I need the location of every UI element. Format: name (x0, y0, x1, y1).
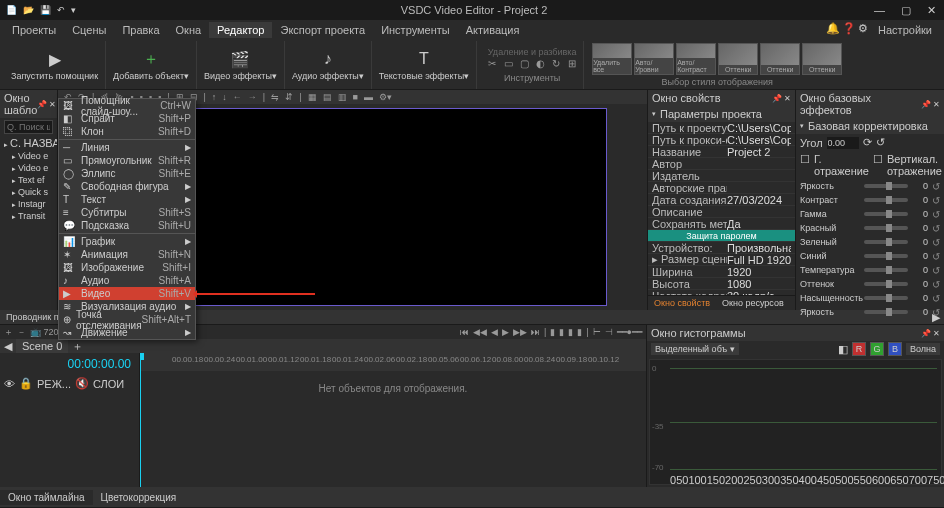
histogram-r-button[interactable]: R (852, 342, 866, 356)
histogram-wave-select[interactable]: Волна (906, 343, 940, 355)
timeline-tab[interactable]: Окно таймлайна (0, 490, 93, 505)
minimize-button[interactable]: — (870, 4, 889, 17)
flip-v-icon[interactable]: ⇵ (283, 92, 295, 102)
mirror-v-checkbox[interactable]: ☐ (873, 153, 883, 177)
notify-icon[interactable]: 🔔 (826, 22, 840, 38)
template-category[interactable]: С. НАЗВАНИЕ (0, 136, 57, 150)
dropdown-item-субтитры[interactable]: ≡СубтитрыShift+S (59, 206, 195, 219)
slider-track[interactable] (864, 184, 908, 188)
template-item[interactable]: Video e (0, 150, 57, 162)
property-row[interactable]: НазваниеProject 2 (648, 146, 795, 158)
dropdown-item-помощник-слайд-шоу-[interactable]: 🖼Помощник слайд-шоу...Ctrl+W (59, 99, 195, 112)
slider-thumb[interactable] (886, 308, 892, 316)
reset-icon[interactable]: ↺ (932, 251, 940, 262)
layout-icon[interactable]: ■ (351, 92, 360, 102)
template-item[interactable]: Transit (0, 210, 57, 222)
split-icon[interactable]: ⊢ (593, 327, 601, 337)
menu-правка[interactable]: Правка (114, 22, 167, 38)
tool-icon[interactable]: ⊞ (565, 57, 579, 71)
marker-icon[interactable]: ▮ (559, 327, 564, 337)
remove-icon[interactable]: － (17, 326, 26, 339)
histogram-source-select[interactable]: Выделенный объ ▾ (651, 343, 739, 355)
reset-icon[interactable]: ↺ (932, 279, 940, 290)
next-icon[interactable]: ▶▶ (513, 327, 527, 337)
dropdown-item-изображение[interactable]: 🖼ИзображениеShift+I (59, 261, 195, 274)
basic-correction-header[interactable]: ▾ Базовая корректировка (796, 118, 944, 134)
pin-icon[interactable]: 📌 (772, 94, 782, 103)
menu-активация[interactable]: Активация (458, 22, 528, 38)
close-icon[interactable]: ✕ (933, 100, 940, 109)
marker-icon[interactable]: ▮ (568, 327, 573, 337)
settings-menu[interactable]: Настройки (870, 22, 940, 38)
close-button[interactable]: ✕ (923, 4, 940, 17)
help-icon[interactable]: ❓ (842, 22, 856, 38)
qa-new-icon[interactable]: 📄 (4, 4, 19, 16)
property-row[interactable]: Дата создания27/03/2024 (648, 194, 795, 206)
eye-icon[interactable]: 👁 (4, 378, 15, 390)
prev-icon[interactable]: ◀ (491, 327, 498, 337)
slider-thumb[interactable] (886, 182, 892, 190)
dropdown-item-спрайт[interactable]: ◧СпрайтShift+P (59, 112, 195, 125)
mute-icon[interactable]: 🔇 (75, 377, 89, 390)
layout-icon[interactable]: ▬ (362, 92, 375, 102)
skip-end-icon[interactable]: ⏭ (531, 327, 540, 337)
histogram-b-button[interactable]: B (888, 342, 902, 356)
slider-track[interactable] (864, 254, 908, 258)
slider-track[interactable] (864, 226, 908, 230)
reset-icon[interactable]: ↺ (932, 293, 940, 304)
tool-refresh-icon[interactable]: ↻ (549, 57, 563, 71)
histogram-g-button[interactable]: G (870, 342, 884, 356)
slider-track[interactable] (864, 282, 908, 286)
property-row[interactable]: Путь к проектуC:\Users\Copywriter (648, 122, 795, 134)
dropdown-item-график[interactable]: 📊График▶ (59, 235, 195, 248)
templates-search-input[interactable] (4, 120, 53, 134)
menu-инструменты[interactable]: Инструменты (373, 22, 458, 38)
play-icon[interactable]: ▶ (502, 327, 509, 337)
marker-icon[interactable]: ▮ (577, 327, 582, 337)
tool-icon[interactable]: ▭ (501, 57, 515, 71)
ribbon-button-2[interactable]: 🎬Видео эффекты▾ (201, 47, 280, 82)
template-item[interactable]: Quick s (0, 186, 57, 198)
reset-icon[interactable]: ↺ (932, 223, 940, 234)
zoom-slider[interactable]: ━━●━━ (617, 327, 642, 337)
close-icon[interactable]: ✕ (49, 100, 56, 109)
lock-icon[interactable]: 🔒 (19, 377, 33, 390)
dropdown-item-эллипс[interactable]: ◯ЭллипсShift+E (59, 167, 195, 180)
template-item[interactable]: Video e (0, 162, 57, 174)
dropdown-item-подсказка[interactable]: 💬ПодсказкаShift+U (59, 219, 195, 232)
pin-icon[interactable]: 📌 (37, 100, 47, 109)
dropdown-item-точка-отслеживания[interactable]: ⊕Точка отслеживанияShift+Alt+T (59, 313, 195, 326)
reset-icon[interactable]: ↺ (932, 181, 940, 192)
settings-icon[interactable]: ⚙ (858, 22, 868, 38)
slider-track[interactable] (864, 296, 908, 300)
template-item[interactable]: Instagr (0, 198, 57, 210)
scene-add-icon[interactable]: ＋ (72, 339, 83, 354)
angle-input[interactable] (827, 137, 859, 149)
slider-track[interactable] (864, 310, 908, 314)
dropdown-item-текст[interactable]: TТекст▶ (59, 193, 195, 206)
ribbon-button-4[interactable]: TТекстовые эффекты▾ (376, 47, 472, 82)
dropdown-item-свободная-фигура[interactable]: ✎Свободная фигура▶ (59, 180, 195, 193)
property-row[interactable]: ▸ Размер сценыFull HD 1920x1080 пи (648, 254, 795, 266)
prev-scene-icon[interactable]: ◀ (4, 340, 12, 353)
slider-thumb[interactable] (886, 224, 892, 232)
property-row[interactable]: Сохранять метадаДа (648, 218, 795, 230)
arrow-icon[interactable]: ↑ (210, 92, 219, 102)
track-layers-label[interactable]: СЛОИ (93, 378, 124, 390)
rotate-icon[interactable]: ⟳ (863, 136, 872, 149)
skip-start-icon[interactable]: ⏮ (460, 327, 469, 337)
slider-thumb[interactable] (886, 266, 892, 274)
track-mode-label[interactable]: РЕЖ... (37, 378, 71, 390)
slider-track[interactable] (864, 240, 908, 244)
password-protect-button[interactable]: Защита паролем (648, 230, 795, 242)
ribbon-button-0[interactable]: ▶Запустить помощник (8, 47, 101, 82)
timeline-ruler[interactable]: 00.00.1800.00.2400.01.0000.01.1200.01.18… (140, 353, 646, 371)
template-item[interactable]: Text ef (0, 174, 57, 186)
dropdown-item-клон[interactable]: ⿻КлонShift+D (59, 125, 195, 138)
add-icon[interactable]: ＋ (4, 326, 13, 339)
qa-undo-icon[interactable]: ↶ (55, 4, 67, 16)
style-thumb[interactable]: Авто/Контраст (676, 43, 716, 75)
dropdown-item-линия[interactable]: ─Линия▶ (59, 141, 195, 154)
property-row[interactable]: Автор (648, 158, 795, 170)
flip-h-icon[interactable]: ⇋ (269, 92, 281, 102)
